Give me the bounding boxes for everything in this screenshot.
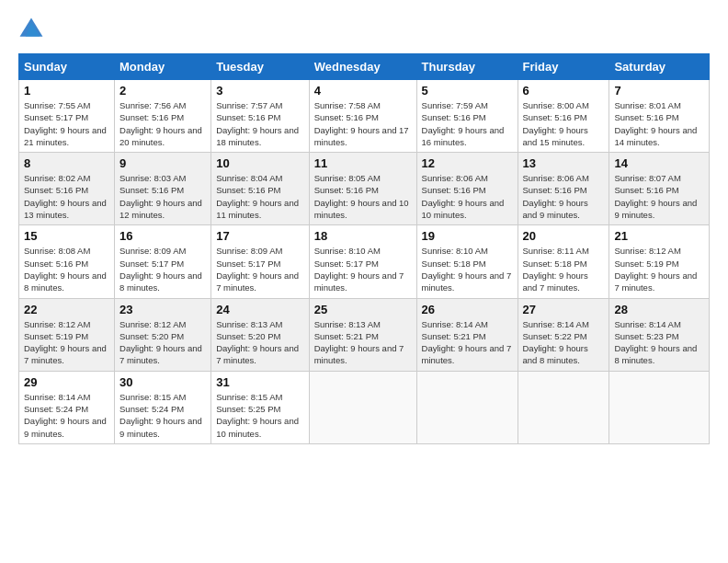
calendar-cell: 24Sunrise: 8:13 AMSunset: 5:20 PMDayligh… xyxy=(211,298,310,371)
day-number: 6 xyxy=(523,84,605,98)
day-info: Sunrise: 8:12 AMSunset: 5:19 PMDaylight:… xyxy=(24,319,107,366)
calendar-cell: 8Sunrise: 8:02 AMSunset: 5:16 PMDaylight… xyxy=(19,153,115,225)
calendar-week-row: 22Sunrise: 8:12 AMSunset: 5:19 PMDayligh… xyxy=(19,298,710,371)
weekday-header: Wednesday xyxy=(309,54,416,80)
weekday-header: Tuesday xyxy=(211,54,310,80)
calendar-cell: 26Sunrise: 8:14 AMSunset: 5:21 PMDayligh… xyxy=(416,298,518,371)
calendar-cell: 25Sunrise: 8:13 AMSunset: 5:21 PMDayligh… xyxy=(309,298,416,371)
day-info: Sunrise: 8:01 AMSunset: 5:16 PMDaylight:… xyxy=(614,100,697,147)
day-info: Sunrise: 8:10 AMSunset: 5:18 PMDaylight:… xyxy=(422,246,512,293)
day-number: 30 xyxy=(119,375,206,389)
day-info: Sunrise: 8:07 AMSunset: 5:16 PMDaylight:… xyxy=(614,173,697,220)
day-number: 24 xyxy=(216,303,304,316)
day-number: 29 xyxy=(24,375,109,389)
day-info: Sunrise: 8:14 AMSunset: 5:23 PMDaylight:… xyxy=(614,319,697,366)
day-number: 4 xyxy=(314,84,412,98)
header xyxy=(18,17,710,42)
calendar-cell: 17Sunrise: 8:09 AMSunset: 5:17 PMDayligh… xyxy=(211,225,310,298)
day-number: 5 xyxy=(422,84,513,98)
calendar-week-row: 15Sunrise: 8:08 AMSunset: 5:16 PMDayligh… xyxy=(19,225,710,298)
calendar-cell: 29Sunrise: 8:14 AMSunset: 5:24 PMDayligh… xyxy=(19,371,115,443)
day-number: 8 xyxy=(24,156,109,170)
day-number: 25 xyxy=(314,303,412,316)
calendar-cell: 5Sunrise: 7:59 AMSunset: 5:16 PMDaylight… xyxy=(416,80,518,153)
calendar-body: 1Sunrise: 7:55 AMSunset: 5:17 PMDaylight… xyxy=(19,80,710,444)
day-info: Sunrise: 7:56 AMSunset: 5:16 PMDaylight:… xyxy=(119,100,202,147)
logo xyxy=(18,17,48,42)
calendar-cell: 27Sunrise: 8:14 AMSunset: 5:22 PMDayligh… xyxy=(518,298,609,371)
calendar-cell: 22Sunrise: 8:12 AMSunset: 5:19 PMDayligh… xyxy=(19,298,115,371)
calendar-cell: 19Sunrise: 8:10 AMSunset: 5:18 PMDayligh… xyxy=(416,225,518,298)
day-info: Sunrise: 8:14 AMSunset: 5:24 PMDaylight:… xyxy=(24,392,107,439)
day-number: 28 xyxy=(614,303,704,316)
calendar-cell: 28Sunrise: 8:14 AMSunset: 5:23 PMDayligh… xyxy=(609,298,710,371)
day-number: 27 xyxy=(523,303,605,316)
day-info: Sunrise: 8:13 AMSunset: 5:20 PMDaylight:… xyxy=(216,319,299,366)
day-number: 2 xyxy=(119,84,206,98)
day-number: 13 xyxy=(523,156,605,170)
day-number: 1 xyxy=(24,84,109,98)
calendar-cell: 7Sunrise: 8:01 AMSunset: 5:16 PMDaylight… xyxy=(609,80,710,153)
calendar-cell: 6Sunrise: 8:00 AMSunset: 5:16 PMDaylight… xyxy=(518,80,609,153)
day-info: Sunrise: 8:13 AMSunset: 5:21 PMDaylight:… xyxy=(314,319,404,366)
day-info: Sunrise: 7:59 AMSunset: 5:16 PMDaylight:… xyxy=(422,100,505,147)
day-info: Sunrise: 8:08 AMSunset: 5:16 PMDaylight:… xyxy=(24,246,107,293)
calendar-cell: 18Sunrise: 8:10 AMSunset: 5:17 PMDayligh… xyxy=(309,225,416,298)
day-number: 7 xyxy=(614,84,704,98)
day-number: 19 xyxy=(422,229,513,243)
day-info: Sunrise: 8:15 AMSunset: 5:25 PMDaylight:… xyxy=(216,392,299,439)
calendar-header: SundayMondayTuesdayWednesdayThursdayFrid… xyxy=(19,54,710,80)
day-info: Sunrise: 8:14 AMSunset: 5:21 PMDaylight:… xyxy=(422,319,512,366)
calendar-cell: 14Sunrise: 8:07 AMSunset: 5:16 PMDayligh… xyxy=(609,153,710,225)
day-number: 23 xyxy=(119,303,206,316)
day-number: 10 xyxy=(216,156,304,170)
day-info: Sunrise: 8:02 AMSunset: 5:16 PMDaylight:… xyxy=(24,173,107,220)
day-info: Sunrise: 8:14 AMSunset: 5:22 PMDaylight:… xyxy=(523,319,589,366)
calendar-cell: 4Sunrise: 7:58 AMSunset: 5:16 PMDaylight… xyxy=(309,80,416,153)
day-number: 20 xyxy=(523,229,605,243)
day-info: Sunrise: 8:12 AMSunset: 5:20 PMDaylight:… xyxy=(119,319,202,366)
calendar-cell xyxy=(609,371,710,443)
calendar-cell: 9Sunrise: 8:03 AMSunset: 5:16 PMDaylight… xyxy=(115,153,211,225)
calendar-cell: 21Sunrise: 8:12 AMSunset: 5:19 PMDayligh… xyxy=(609,225,710,298)
calendar-table: SundayMondayTuesdayWednesdayThursdayFrid… xyxy=(18,53,710,444)
calendar-page: SundayMondayTuesdayWednesdayThursdayFrid… xyxy=(0,0,728,454)
day-info: Sunrise: 7:57 AMSunset: 5:16 PMDaylight:… xyxy=(216,100,299,147)
day-number: 9 xyxy=(119,156,206,170)
day-info: Sunrise: 8:06 AMSunset: 5:16 PMDaylight:… xyxy=(523,173,589,220)
day-info: Sunrise: 8:12 AMSunset: 5:19 PMDaylight:… xyxy=(614,246,697,293)
calendar-cell: 16Sunrise: 8:09 AMSunset: 5:17 PMDayligh… xyxy=(115,225,211,298)
day-info: Sunrise: 8:05 AMSunset: 5:16 PMDaylight:… xyxy=(314,173,409,220)
day-number: 26 xyxy=(422,303,513,316)
day-number: 17 xyxy=(216,229,304,243)
day-number: 11 xyxy=(314,156,412,170)
calendar-cell: 1Sunrise: 7:55 AMSunset: 5:17 PMDaylight… xyxy=(19,80,115,153)
calendar-cell: 3Sunrise: 7:57 AMSunset: 5:16 PMDaylight… xyxy=(211,80,310,153)
day-number: 22 xyxy=(24,303,109,316)
day-number: 12 xyxy=(422,156,513,170)
calendar-cell: 2Sunrise: 7:56 AMSunset: 5:16 PMDaylight… xyxy=(115,80,211,153)
day-info: Sunrise: 8:04 AMSunset: 5:16 PMDaylight:… xyxy=(216,173,299,220)
calendar-week-row: 29Sunrise: 8:14 AMSunset: 5:24 PMDayligh… xyxy=(19,371,710,443)
day-number: 14 xyxy=(614,156,704,170)
day-info: Sunrise: 8:00 AMSunset: 5:16 PMDaylight:… xyxy=(523,100,589,147)
calendar-cell: 12Sunrise: 8:06 AMSunset: 5:16 PMDayligh… xyxy=(416,153,518,225)
day-info: Sunrise: 8:09 AMSunset: 5:17 PMDaylight:… xyxy=(216,246,299,293)
weekday-header: Friday xyxy=(518,54,609,80)
day-number: 18 xyxy=(314,229,412,243)
day-info: Sunrise: 7:58 AMSunset: 5:16 PMDaylight:… xyxy=(314,100,409,147)
calendar-week-row: 1Sunrise: 7:55 AMSunset: 5:17 PMDaylight… xyxy=(19,80,710,153)
calendar-week-row: 8Sunrise: 8:02 AMSunset: 5:16 PMDaylight… xyxy=(19,153,710,225)
calendar-cell xyxy=(309,371,416,443)
day-info: Sunrise: 8:11 AMSunset: 5:18 PMDaylight:… xyxy=(523,246,589,293)
day-number: 31 xyxy=(216,375,304,389)
logo-icon xyxy=(18,17,44,42)
calendar-cell: 11Sunrise: 8:05 AMSunset: 5:16 PMDayligh… xyxy=(309,153,416,225)
calendar-cell: 13Sunrise: 8:06 AMSunset: 5:16 PMDayligh… xyxy=(518,153,609,225)
day-info: Sunrise: 8:15 AMSunset: 5:24 PMDaylight:… xyxy=(119,392,202,439)
day-number: 16 xyxy=(119,229,206,243)
day-info: Sunrise: 8:03 AMSunset: 5:16 PMDaylight:… xyxy=(119,173,202,220)
day-number: 15 xyxy=(24,229,109,243)
calendar-cell: 15Sunrise: 8:08 AMSunset: 5:16 PMDayligh… xyxy=(19,225,115,298)
weekday-header: Thursday xyxy=(416,54,518,80)
